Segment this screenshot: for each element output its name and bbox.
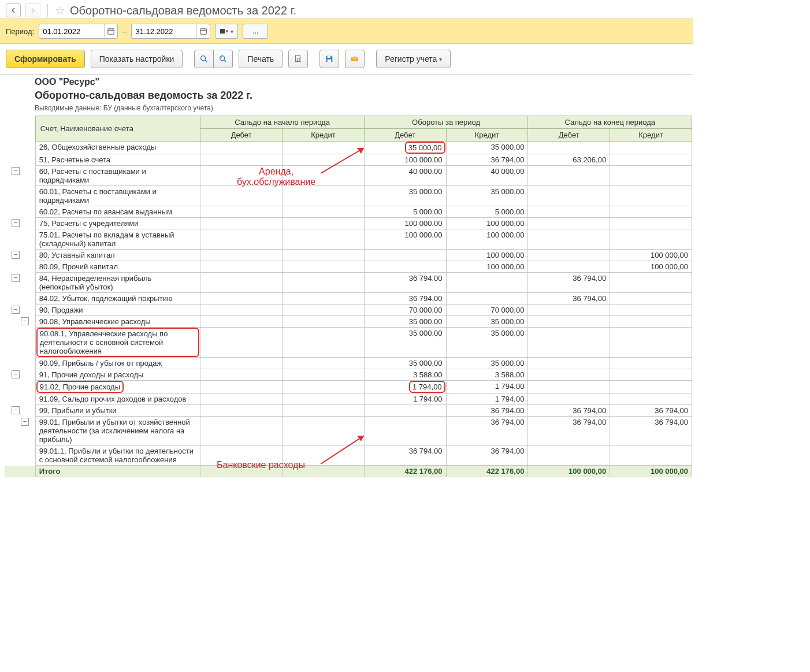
col-account: Счет, Наименование счета [35,116,200,142]
table-row[interactable]: 26, Общехозяйственные расходы35 000,0035… [5,142,692,154]
tree-expander[interactable]: − [12,274,20,282]
report-subtitle: Выводимые данные: БУ (данные бухгалтерск… [35,104,688,112]
col-end: Сальдо на конец периода [528,116,692,129]
tree-expander[interactable]: − [12,370,20,378]
svg-point-10 [220,56,225,61]
col-turnover: Обороты за период [364,116,528,129]
account-name: 91, Прочие доходы и расходы [35,369,200,381]
refresh-icon [218,54,228,64]
account-name: 26, Общехозяйственные расходы [35,142,200,154]
table-row[interactable]: 90.09, Прибыль / убыток от продаж35 000,… [5,358,692,369]
svg-point-13 [297,58,300,61]
account-name: 84, Нераспределенная прибыль (непокрытый… [35,273,200,293]
table-row[interactable]: −60, Расчеты с поставщиками и подрядчика… [5,166,692,186]
period-label: Период: [6,27,34,36]
table-row[interactable]: 99.01.1, Прибыли и убытки по деятельност… [5,445,692,466]
favorite-icon[interactable]: ☆ [55,3,65,17]
table-row[interactable]: −84, Нераспределенная прибыль (непокрыты… [5,273,692,293]
account-name: 99, Прибыли и убытки [35,405,200,417]
table-row[interactable]: 91.09, Сальдо прочих доходов и расходов1… [5,393,692,405]
table-row[interactable]: −90, Продажи70 000,0070 000,00 [5,305,692,316]
svg-line-9 [205,60,207,62]
date-to-input[interactable] [132,27,196,36]
period-more-button[interactable]: ... [243,24,268,39]
date-from-input[interactable] [39,27,104,36]
table-row[interactable]: −99.01, Прибыли и убытки от хозяйственно… [5,417,692,445]
tree-expander[interactable]: − [12,306,20,314]
form-button[interactable]: Сформировать [6,50,85,68]
search-button[interactable] [194,50,214,68]
account-name: 90, Продажи [35,305,200,316]
svg-rect-16 [328,60,332,62]
account-name: 90.09, Прибыль / убыток от продаж [35,358,200,369]
svg-point-8 [201,56,206,61]
table-row[interactable]: 90.08.1, Управленческие расходы по деяте… [5,328,692,358]
osv-table: Счет, Наименование счета Сальдо на начал… [5,116,692,477]
tree-expander[interactable]: − [12,167,20,175]
account-name: 99.01, Прибыли и убытки от хозяйственной… [35,417,200,445]
account-name: 60.02, Расчеты по авансам выданным [35,206,200,218]
table-row[interactable]: −99, Прибыли и убытки36 794,0036 794,003… [5,405,692,417]
svg-rect-4 [200,29,207,34]
account-name: 80, Уставный капитал [35,250,200,261]
account-name: 99.01.1, Прибыли и убытки по деятельност… [35,445,200,466]
save-button[interactable] [319,50,339,68]
table-row[interactable]: 84.02, Убыток, подлежащий покрытию36 794… [5,293,692,305]
table-row[interactable]: −80, Уставный капитал100 000,00100 000,0… [5,250,692,261]
period-quick-button[interactable]: ▾ [215,24,238,39]
account-name: 60.01, Расчеты с поставщиками и подрядчи… [35,186,200,206]
tree-expander[interactable]: − [12,406,20,414]
table-row[interactable]: −90.08, Управленческие расходы35 000,003… [5,316,692,328]
org-name: ООО "Ресурс" [35,77,688,87]
col-begin: Сальдо на начало периода [200,116,365,129]
calendar-icon[interactable] [104,24,117,38]
nav-forward-button[interactable] [25,3,40,17]
account-name: 84.02, Убыток, подлежащий покрытию [35,293,200,305]
account-name: 60, Расчеты с поставщиками и подрядчикам… [35,166,200,186]
search-icon [199,54,209,64]
svg-line-11 [224,60,226,62]
print-button[interactable]: Печать [239,50,283,68]
tree-expander[interactable]: − [21,317,29,325]
svg-rect-15 [328,56,330,58]
table-row[interactable]: −75, Расчеты с учредителями100 000,00100… [5,218,692,229]
tree-expander[interactable]: − [12,251,20,259]
page-title: Оборотно-сальдовая ведомость за 2022 г. [70,4,296,17]
account-name: 80.09, Прочий капитал [35,261,200,273]
svg-rect-0 [108,29,114,34]
nav-back-button[interactable] [6,3,21,17]
envelope-icon [350,54,359,64]
table-row[interactable]: 60.02, Расчеты по авансам выданным5 000,… [5,206,692,218]
table-row[interactable]: 75.01, Расчеты по вкладам в уставный (ск… [5,229,692,250]
calendar-icon[interactable] [196,24,210,38]
tree-expander[interactable]: − [21,418,29,426]
document-search-icon [293,54,303,64]
floppy-icon [325,54,334,64]
account-name: 90.08.1, Управленческие расходы по деяте… [35,328,200,358]
table-row[interactable]: 60.01, Расчеты с поставщиками и подрядчи… [5,186,692,206]
date-to-field[interactable] [131,24,210,39]
account-name: 75.01, Расчеты по вкладам в уставный (ск… [35,229,200,250]
table-row[interactable]: 51, Расчетные счета100 000,0036 794,0063… [5,154,692,166]
register-button[interactable]: Регистр учета▾ [376,50,451,68]
report-title: Оборотно-сальдовая ведомость за 2022 г. [35,90,688,102]
account-name: 90.08, Управленческие расходы [35,316,200,328]
account-name: 75, Расчеты с учредителями [35,218,200,229]
show-settings-button[interactable]: Показать настройки [91,50,183,68]
tree-expander[interactable]: − [12,219,20,227]
total-row: Итого 422 176,00 422 176,00 100 000,00 1… [5,466,692,477]
email-button[interactable] [345,50,365,68]
account-name: 51, Расчетные счета [35,154,200,166]
account-name: 91.09, Сальдо прочих доходов и расходов [35,393,200,405]
table-row[interactable]: 91.02, Прочие расходы1 794,001 794,00 [5,381,692,393]
date-from-field[interactable] [39,24,118,39]
table-row[interactable]: 80.09, Прочий капитал100 000,00100 000,0… [5,261,692,273]
print-preview-button[interactable] [288,50,308,68]
refresh-button[interactable] [214,50,233,68]
table-row[interactable]: −91, Прочие доходы и расходы3 588,003 58… [5,369,692,381]
account-name: 91.02, Прочие расходы [35,381,200,393]
